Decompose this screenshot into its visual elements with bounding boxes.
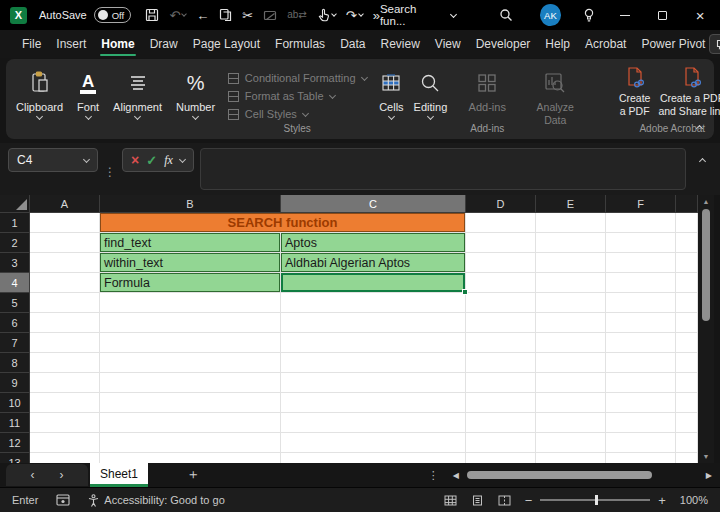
next-sheet-icon[interactable]: › [60,468,64,482]
cell-A6[interactable] [30,313,100,333]
cell-B8[interactable] [100,353,281,373]
zoom-in-icon[interactable]: + [658,493,666,508]
row-header-6[interactable]: 6 [0,313,30,333]
row-header-1[interactable]: 1 [0,213,30,233]
number-group-button[interactable]: % Number [176,65,215,135]
fill-handle[interactable] [462,289,468,295]
cell-B6[interactable] [100,313,281,333]
cell-E3[interactable] [536,253,606,273]
column-header-B[interactable]: B [100,195,281,213]
zoom-level[interactable]: 100% [680,494,708,506]
cell-A7[interactable] [30,333,100,353]
cell-A5[interactable] [30,293,100,313]
row-header-4[interactable]: 4 [0,273,30,293]
clipboard-group-button[interactable]: Clipboard [16,65,63,135]
cell-F4[interactable] [606,273,676,293]
cell-E8[interactable] [536,353,606,373]
cell-D13[interactable] [466,453,536,463]
tab-acrobat[interactable]: Acrobat [581,32,630,57]
row-header-3[interactable]: 3 [0,253,30,273]
search-icon[interactable] [496,5,516,25]
redo-icon[interactable]: ↷ [346,9,363,22]
cell-E6[interactable] [536,313,606,333]
cell-D4[interactable] [466,273,536,293]
cell-F3[interactable] [606,253,676,273]
cut-icon[interactable]: ✂ [242,9,253,22]
row-header-9[interactable]: 9 [0,373,30,393]
new-sheet-icon[interactable]: ＋ [186,466,200,484]
addins-button[interactable]: Add-ins [469,65,506,113]
scroll-up-icon[interactable]: ▲ [703,198,710,205]
cell-C11[interactable] [281,413,466,433]
touch-mode-icon[interactable] [317,8,336,22]
tab-data[interactable]: Data [336,32,369,57]
cell-D3[interactable] [466,253,536,273]
paste-icon[interactable] [263,9,277,22]
cell-partial-12[interactable] [676,433,698,453]
cell-partial-9[interactable] [676,373,698,393]
close-icon[interactable]: × [690,5,710,25]
previous-sheet-icon[interactable]: ‹ [31,468,35,482]
cell-A11[interactable] [30,413,100,433]
styles-item-cell-styles[interactable]: Cell Styles [228,105,367,123]
cell-D7[interactable] [466,333,536,353]
cell-D6[interactable] [466,313,536,333]
cell-D8[interactable] [466,353,536,373]
tab-page-layout[interactable]: Page Layout [189,32,264,57]
create-pdf-share-button[interactable]: Create a PDF and Share link [654,65,720,118]
cell-C13[interactable] [281,453,466,463]
cell-partial-2[interactable] [676,233,698,253]
cell-partial-8[interactable] [676,353,698,373]
cell-D9[interactable] [466,373,536,393]
cell-E11[interactable] [536,413,606,433]
cell-B10[interactable] [100,393,281,413]
cell-B9[interactable] [100,373,281,393]
cell-A9[interactable] [30,373,100,393]
save-icon[interactable] [145,8,159,22]
cell-partial-11[interactable] [676,413,698,433]
cell-partial-7[interactable] [676,333,698,353]
cell-A3[interactable] [30,253,100,273]
cell-D11[interactable] [466,413,536,433]
cell-partial-4[interactable] [676,273,698,293]
cell-D10[interactable] [466,393,536,413]
page-break-preview-icon[interactable] [498,495,511,506]
tab-insert[interactable]: Insert [52,32,90,57]
column-header-E[interactable]: E [536,195,606,213]
row-header-13[interactable]: 13 [0,453,30,463]
hscroll-left-icon[interactable]: ◀ [453,471,459,480]
cell-C4[interactable] [281,273,466,293]
more-options-icon[interactable]: ⋮ [428,469,439,482]
cell-A1[interactable] [30,213,100,233]
cell-partial-10[interactable] [676,393,698,413]
cell-F5[interactable] [606,293,676,313]
document-title[interactable]: Search fun... [380,3,456,27]
cell-partial-5[interactable] [676,293,698,313]
row-header-5[interactable]: 5 [0,293,30,313]
excel-logo-icon[interactable]: X [10,7,27,24]
create-pdf-button[interactable]: Create a PDF [615,65,655,118]
row-header-2[interactable]: 2 [0,233,30,253]
cell-B3[interactable]: within_text [100,253,281,273]
comments-icon[interactable] [709,34,720,54]
cell-C8[interactable] [281,353,466,373]
horizontal-scrollbar-thumb[interactable] [467,471,652,479]
accessibility-status[interactable]: Accessibility: Good to go [88,494,224,507]
cell-F6[interactable] [606,313,676,333]
vertical-scrollbar[interactable]: ▲ ▼ [698,195,714,463]
cancel-icon[interactable]: × [131,153,139,167]
back-icon[interactable]: ← [196,9,209,22]
scroll-down-icon[interactable]: ▼ [703,453,710,460]
row-header-12[interactable]: 12 [0,433,30,453]
cell-B1-merged[interactable]: SEARCH function [100,213,466,233]
font-group-button[interactable]: A Font [77,65,99,135]
cell-E7[interactable] [536,333,606,353]
row-header-8[interactable]: 8 [0,353,30,373]
cell-A8[interactable] [30,353,100,373]
sheet-tab-sheet1[interactable]: Sheet1 [90,463,148,487]
formula-input[interactable] [200,148,686,190]
cell-B13[interactable] [100,453,281,463]
cell-C9[interactable] [281,373,466,393]
row-header-10[interactable]: 10 [0,393,30,413]
cell-C3[interactable]: Aldhabi Algerian Aptos [281,253,466,273]
